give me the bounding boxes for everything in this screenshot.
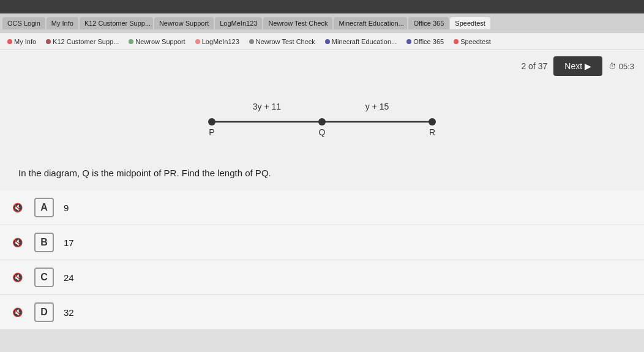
- next-button[interactable]: Next ▶: [553, 56, 602, 76]
- bookmark-icon: [129, 39, 133, 44]
- browser-tab[interactable]: Speedtest: [450, 17, 490, 29]
- speaker-icon[interactable]: 🔇: [12, 272, 24, 282]
- answers-container: 🔇A9🔇B17🔇C24🔇D32: [0, 190, 644, 352]
- bookmark-item[interactable]: Speedtest: [450, 37, 495, 47]
- answer-letter: B: [34, 233, 54, 252]
- speaker-icon[interactable]: 🔇: [12, 238, 24, 247]
- bookmark-item[interactable]: Newrow Test Check: [245, 37, 319, 47]
- bookmark-item[interactable]: LogMeIn123: [192, 37, 243, 47]
- diagram-area: P Q R 3y + 11 y + 15: [0, 82, 644, 162]
- label-q: Q: [319, 127, 326, 137]
- bookmark-label: LogMeIn123: [202, 38, 239, 45]
- bookmark-label: Newrow Test Check: [256, 38, 315, 45]
- bookmark-icon: [249, 39, 254, 44]
- bookmark-label: My Info: [14, 38, 36, 45]
- answer-value: 9: [64, 203, 69, 213]
- bookmark-item[interactable]: Newrow Support: [125, 37, 189, 47]
- bookmark-label: Minecraft Education...: [332, 38, 397, 45]
- browser-tab[interactable]: My Info: [47, 17, 78, 29]
- point-r-dot: [429, 118, 436, 125]
- diagram-svg: P Q R 3y + 11 y + 15: [193, 91, 451, 146]
- point-p-dot: [208, 118, 215, 125]
- answer-value: 24: [64, 272, 74, 283]
- tab-bar: OCS LoginMy InfoK12 Customer Supp...Newr…: [0, 13, 644, 33]
- speaker-icon[interactable]: 🔇: [12, 307, 24, 317]
- timer: ⏱ 05:3: [608, 62, 634, 71]
- answer-value: 32: [64, 307, 74, 318]
- answer-row[interactable]: 🔇A9: [0, 190, 644, 225]
- timer-value: 05:3: [619, 62, 634, 71]
- question-text: In the diagram, Q is the midpoint of PR.…: [0, 162, 644, 190]
- question-counter: 2 of 37: [521, 61, 547, 71]
- bookmark-icon: [406, 39, 411, 44]
- browser-tab[interactable]: Office 365: [408, 17, 449, 29]
- bookmark-icon: [7, 39, 12, 44]
- answer-value: 17: [64, 238, 74, 248]
- bookmark-item[interactable]: Office 365: [403, 37, 447, 47]
- bookmark-icon: [195, 39, 200, 44]
- answer-row[interactable]: 🔇D32: [0, 295, 644, 330]
- next-label: Next: [564, 61, 582, 71]
- bookmark-icon: [454, 39, 459, 44]
- point-q-dot: [318, 118, 326, 125]
- bookmark-label: K12 Customer Supp...: [53, 38, 119, 45]
- browser-tab[interactable]: LogMeIn123: [215, 17, 262, 29]
- browser-tab[interactable]: Newrow Test Check: [263, 17, 332, 29]
- next-arrow-icon: ▶: [585, 61, 591, 71]
- segment-qr-label: y + 15: [365, 102, 389, 111]
- bookmark-icon: [46, 39, 51, 44]
- bookmark-item[interactable]: Minecraft Education...: [321, 37, 400, 47]
- answer-letter: D: [34, 302, 54, 322]
- browser-chrome: [0, 0, 644, 13]
- answer-letter: C: [34, 268, 54, 287]
- answer-row[interactable]: 🔇B17: [0, 225, 644, 260]
- browser-tab[interactable]: Newrow Support: [154, 17, 214, 29]
- timer-icon: ⏱: [608, 62, 616, 71]
- bookmark-icon: [325, 39, 330, 44]
- bookmark-item[interactable]: My Info: [4, 37, 40, 47]
- speaker-icon[interactable]: 🔇: [12, 203, 24, 212]
- label-p: P: [209, 127, 214, 137]
- browser-tab[interactable]: K12 Customer Supp...: [80, 17, 153, 29]
- bookmark-item[interactable]: K12 Customer Supp...: [42, 37, 122, 47]
- bookmark-label: Speedtest: [460, 38, 491, 45]
- label-r: R: [429, 127, 435, 137]
- bookmarks-bar: My InfoK12 Customer Supp...Newrow Suppor…: [0, 33, 644, 50]
- answer-row[interactable]: 🔇C24: [0, 260, 644, 295]
- question-bar: 2 of 37 Next ▶ ⏱ 05:3: [0, 50, 644, 82]
- bookmark-label: Newrow Support: [135, 38, 185, 45]
- browser-tab[interactable]: OCS Login: [2, 17, 45, 29]
- segment-pq-label: 3y + 11: [253, 102, 282, 111]
- bookmark-label: Office 365: [413, 38, 444, 45]
- answer-letter: A: [34, 198, 54, 217]
- browser-tab[interactable]: Minecraft Education...: [334, 17, 407, 29]
- main-content: 2 of 37 Next ▶ ⏱ 05:3 P Q R 3y + 11: [0, 50, 644, 352]
